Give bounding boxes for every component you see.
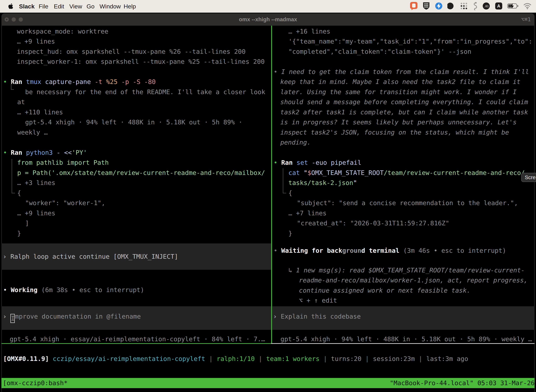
right-msg-line: readme-and-reco/mailbox/worker-1.json, a… [299, 275, 527, 285]
left-prompt-placeholder[interactable]: › Improve documentation in @filename [3, 311, 141, 323]
moon-icon[interactable] [447, 2, 455, 11]
right-json-line: { [288, 188, 292, 198]
menu-go[interactable]: Go [86, 0, 94, 13]
input-a-label: A [497, 4, 500, 9]
left-log-line: inspect_hud: omx sparkshell --tmux-pane … [17, 47, 245, 56]
right-json-line: … +7 lines [288, 208, 326, 218]
badge-61-icon[interactable]: ..61 [482, 2, 490, 11]
window-shortcut: ⌥⌘1 [521, 13, 531, 26]
wifi-icon[interactable] [523, 3, 531, 10]
left-json-line: … +9 lines [17, 208, 55, 218]
menu-help[interactable]: Help [124, 0, 136, 13]
right-thinking-line: is in progress? It seems likely but perh… [280, 117, 517, 127]
right-thinking-line: later. Using the same for transition mig… [280, 87, 517, 97]
left-working-status: • Working (6m 38s • esc to interrupt) [3, 285, 144, 295]
apple-menu-icon[interactable] [8, 3, 13, 10]
chat-icon[interactable] [410, 2, 418, 11]
right-thinking-line: keep that in mind. Maybe I also need the… [280, 77, 520, 87]
battery-charging-icon[interactable] [507, 3, 519, 9]
right-model-statusline: gpt-5.4 xhigh · 94% left · 488K in · 5.1… [281, 334, 532, 344]
right-json-line: "subject": "send a concise recommendatio… [297, 198, 518, 208]
output-corner [12, 159, 15, 193]
right-json-line: } [288, 228, 292, 238]
hook-icon[interactable] [472, 2, 478, 11]
output-corner [283, 168, 286, 193]
right-log-line: "completed","claim_token":"claim-token"}… [288, 47, 471, 56]
left-model-statusline: gpt-5.4 xhigh · essay/ai-reimplementatio… [10, 334, 265, 344]
left-json-line: ] [25, 218, 29, 228]
left-output-line: weekly … [17, 127, 48, 137]
menu-file[interactable]: File [39, 0, 48, 13]
left-python-line: p = Path('.omx/state/team/review-current… [17, 168, 265, 178]
menu-status-icons: ..61 A [410, 0, 531, 13]
dots-grid-icon[interactable] [460, 2, 468, 10]
shield-grid-icon[interactable] [422, 2, 430, 11]
right-prompt-placeholder[interactable]: › Explain this codebase [273, 311, 361, 321]
left-inject-message: › Ralph loop active continue [OMX_TMUX_I… [3, 252, 178, 261]
menu-bar: Slack File Edit View Go Window Help ..61… [0, 0, 536, 13]
right-edit-hint: ⌥ + ↑ edit [299, 295, 337, 305]
left-log-line: workspace_mode: worktree [17, 26, 108, 36]
window-title: omx --xhigh --madmax [239, 13, 297, 26]
right-msg-line: continue assigned work or next feasible … [299, 285, 470, 295]
menu-app-name[interactable]: Slack [19, 0, 35, 13]
left-output-line: … +110 lines [17, 107, 63, 117]
minimize-button[interactable] [12, 17, 16, 22]
output-corner [11, 81, 14, 90]
left-log-line: inspect_worker-1: omx sparkshell --tmux-… [17, 56, 265, 67]
tmux-session-label: [omx-cczip0:bash* [3, 378, 67, 388]
left-output-line: at [17, 97, 25, 107]
left-log-line: … +9 lines [17, 36, 55, 46]
right-thinking-line: task2 after task1 is complete, but can I… [280, 107, 528, 117]
right-msg-line: ↳ 1 new msg(s): read $OMX_TEAM_STATE_ROO… [288, 265, 525, 275]
right-json-line: "created_at": "2026-03-31T11:59:27.816Z" [297, 218, 449, 228]
right-waiting-status: • Waiting for background terminal (3m 46… [274, 246, 506, 256]
blue-lightning-icon[interactable] [435, 2, 443, 11]
right-ran-set-command: • Ran set -euo pipefail [274, 158, 361, 168]
left-output-line: be necessary for the end of the README. … [25, 87, 265, 97]
close-button[interactable] [5, 17, 9, 22]
input-a-icon[interactable]: A [495, 2, 502, 10]
left-python-line: from pathlib import Path [17, 158, 109, 168]
zoom-button[interactable] [19, 17, 23, 22]
left-json-line: } [17, 228, 21, 238]
right-log-line: '{"team_name":"my-team","task_id":"1","f… [288, 36, 532, 46]
left-json-line: "worker": "worker-1", [25, 198, 105, 208]
tmux-host-clock: "MacBook-Pro-44.local" 05:03 31-Mar-26 [390, 378, 535, 388]
screen-tooltip[interactable]: Scre [521, 173, 536, 182]
left-ran-tmux-command: • Ran tmux capture-pane -t %25 -p -S -80 [3, 77, 156, 87]
menu-view[interactable]: View [69, 0, 82, 13]
right-cat-line: tasks/task-2.json" [288, 178, 357, 188]
left-ran-python-command: • Ran python3 - <<'PY' [3, 148, 87, 158]
left-output-line: gpt-5.4 xhigh · 94% left · 488K in · 5.1… [25, 117, 242, 127]
left-json-line: { [17, 188, 21, 198]
right-thinking-line: should send a message before completing … [280, 97, 528, 107]
right-thinking-line: inspect task2's JSON, focusing on the st… [280, 127, 509, 137]
left-python-line: … +3 lines [17, 178, 55, 188]
pane-divider-vertical[interactable] [271, 26, 272, 343]
close-dot [6, 19, 7, 20]
right-thinking-line: • I need to get the claim token from the… [274, 67, 529, 77]
badge-61-label: ..61 [484, 5, 489, 8]
menu-edit[interactable]: Edit [54, 0, 64, 13]
right-cat-line: cat "$OMX_TEAM_STATE_ROOT/team/review-cu… [288, 168, 525, 178]
menu-window[interactable]: Window [100, 0, 121, 13]
right-thinking-line: pending. [280, 137, 311, 147]
right-log-line: … +16 lines [288, 26, 330, 36]
omx-status-line: [OMX#0.11.9] cczip/essay/ai-reimplementa… [3, 354, 468, 364]
